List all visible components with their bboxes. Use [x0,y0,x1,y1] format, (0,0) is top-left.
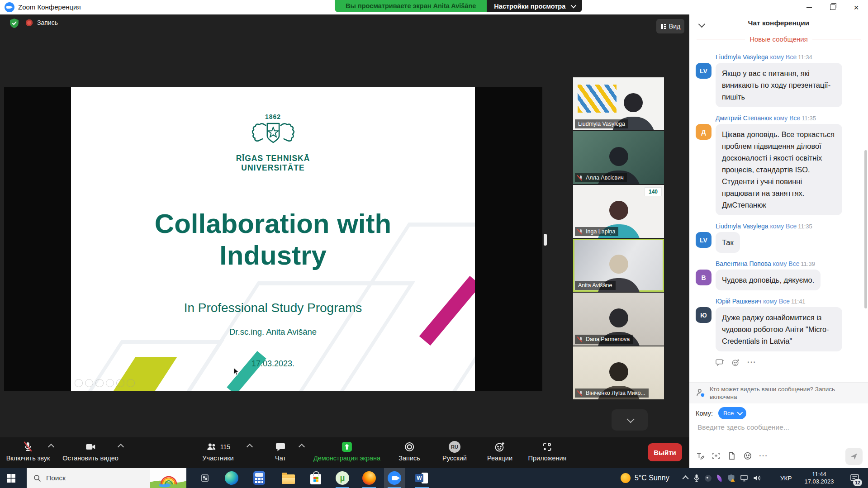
participant-tile[interactable]: Liudmyla Vasylega [573,77,664,130]
windows-taskbar: Поиск µ W 5°C Sunny [0,468,868,488]
emoji-icon[interactable] [743,451,752,460]
tray-security-shield-icon[interactable] [727,474,735,482]
taskbar-app-firefox[interactable] [359,468,379,488]
message-sender: Liudmyla Vasylega [716,223,768,230]
system-tray [684,468,762,488]
add-reaction-icon[interactable] [731,358,740,367]
tray-volume-icon[interactable] [753,474,762,482]
apps-button[interactable]: Приложения [528,440,567,462]
recipient-select[interactable]: Все [718,407,746,419]
message-sender: Валентина Попова [716,260,771,267]
scroll-thumbnails-button[interactable] [612,409,648,431]
tray-feather-icon[interactable] [716,474,723,482]
video-options-chevron[interactable] [118,444,124,450]
chat-message-input[interactable] [697,423,857,432]
close-button[interactable]: × [844,0,868,14]
participant-tile[interactable]: 140 Inga Lapiņa [573,185,664,238]
viewing-screen-label: Вы просматриваете экран Anita Avišāne [335,0,487,12]
more-actions-icon[interactable]: ··· [747,358,756,367]
clock-date: 17.03.2023 [800,478,839,485]
tray-mic-icon[interactable] [693,474,700,482]
reactions-label: Реакции [487,455,512,462]
unmute-label: Включить звук [6,455,50,462]
action-center-button[interactable]: 12 [845,468,865,488]
participant-name: Алла Авсієвич [586,175,624,181]
camera-icon [62,440,119,454]
taskbar-search[interactable]: Поиск [27,468,186,488]
to-label: Кому: [696,410,713,417]
interpretation-button[interactable]: RU Русский [442,440,467,462]
new-messages-label: Новые сообщения [749,35,808,43]
privacy-text: Кто может видеть ваши сообщения? Запись … [710,385,859,401]
leave-meeting-button[interactable]: Выйти [648,443,682,461]
view-options-label: Настройки просмотра [494,3,565,10]
participants-button[interactable]: 115 Участники [202,440,233,462]
unmute-button[interactable]: Включить звук [6,440,50,462]
taskbar-app-zoom-active[interactable] [384,468,405,488]
participant-name: Dana Parmenova [586,336,630,342]
start-button[interactable] [0,468,22,488]
mic-muted-icon [6,440,50,454]
record-button[interactable]: Запись [398,440,420,462]
tray-expand-icon[interactable] [683,475,689,482]
chat-message: Юрій Рашкевич кому Все11:41 ЮДуже раджу … [696,298,862,351]
taskbar-app-file-explorer[interactable] [278,468,299,488]
taskbar-app-word[interactable]: W [412,468,432,488]
minimize-button[interactable] [797,0,821,14]
message-time: 11:34 [798,54,812,61]
share-screen-button[interactable]: Демонстрация экрана [313,440,380,462]
close-icon: × [854,3,859,12]
tray-audio-device-icon[interactable] [705,475,711,482]
language-indicator[interactable]: УКР [780,468,792,488]
chat-title: Чат конференции [689,19,868,27]
tray-network-icon[interactable] [740,474,748,482]
task-view-icon [200,474,209,483]
more-compose-icon[interactable]: ··· [759,451,768,460]
taskbar-app-edge[interactable] [221,468,242,488]
participant-name: Inga Lapiņa [586,228,615,235]
reply-icon[interactable] [716,358,724,367]
participant-tile[interactable]: Алла Авсієвич [573,131,664,184]
task-view-button[interactable] [196,468,214,488]
sun-icon [621,473,631,483]
taskbar-app-utorrent[interactable]: µ [332,468,353,488]
participant-name: Liudmyla Vasylega [578,121,625,127]
chat-message: Liudmyla Vasylega кому Все11:35 LVТак [696,223,862,253]
rtu-140-logo: 140 [645,187,662,196]
stop-video-button[interactable]: Остановить видео [62,440,119,462]
clock-time: 11:44 [800,471,839,478]
view-button[interactable]: Вид [656,19,684,33]
slide-title-line1: Collaboration with [71,208,475,240]
file-explorer-icon [282,474,295,484]
participant-tile[interactable]: Dana Parmenova [573,293,664,346]
stage-scrollbar[interactable] [544,234,547,246]
attach-file-icon[interactable] [727,451,736,460]
format-text-icon[interactable] [696,451,705,460]
security-shield-icon[interactable] [9,18,19,31]
message-bubble: Якщо у вас є питання, які виникають по х… [716,63,842,107]
taskbar-app-store[interactable] [305,468,326,488]
chat-panel: Чат конференции Новые сообщения Liudmyla… [689,14,868,468]
chat-bubble-icon [275,440,286,454]
chat-options-chevron[interactable] [299,444,305,450]
reactions-button[interactable]: Реакции [487,440,512,462]
rtu-crest-icon [243,120,303,154]
message-sender: Юрій Рашкевич [716,298,761,305]
taskbar-weather[interactable]: 5°C Sunny [621,468,669,488]
participants-label: Участники [202,455,233,462]
participants-options-chevron[interactable] [247,444,253,450]
send-message-button[interactable] [845,448,863,465]
restore-button[interactable] [821,0,844,14]
message-hover-actions: ··· [716,358,863,367]
taskbar-app-calculator[interactable] [249,468,270,488]
chat-button[interactable]: Чат [275,440,286,462]
chat-scrollbar[interactable] [864,150,867,308]
reactions-smiley-icon [487,440,512,454]
screenshot-icon[interactable] [711,451,721,460]
meeting-area: Запись Вид 1862 [0,14,689,468]
participant-tile[interactable]: Вініченко Луїза Мико... [573,346,664,399]
taskbar-clock[interactable]: 11:44 17.03.2023 [800,468,839,488]
view-options-button[interactable]: Настройки просмотра [487,0,582,12]
mouse-cursor-icon [233,367,240,378]
participant-tile-active-speaker[interactable]: Anita Avišāne [573,239,664,292]
